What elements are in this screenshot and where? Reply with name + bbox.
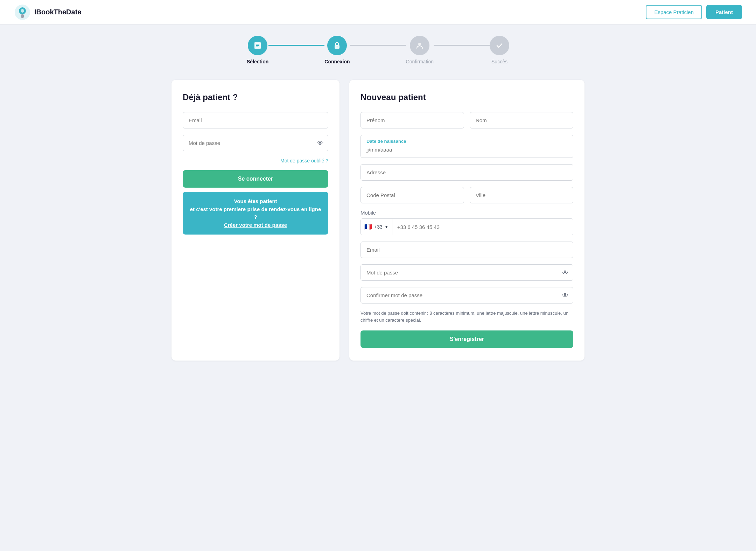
- new-patient-card: Nouveau patient Date de naissance: [349, 80, 584, 361]
- password-input[interactable]: [183, 135, 328, 151]
- new-password-input[interactable]: [360, 264, 573, 281]
- logo-text: IBookTheDate: [34, 8, 81, 16]
- new-password-toggle-icon[interactable]: 👁: [562, 269, 568, 276]
- code-postal-group: [360, 187, 464, 203]
- prenom-input[interactable]: [360, 112, 464, 128]
- login-button[interactable]: Se connecter: [183, 170, 328, 188]
- mobile-label: Mobile: [360, 210, 573, 216]
- patient-button[interactable]: Patient: [706, 5, 742, 19]
- stepper: Sélection Connexion Confirmation Succès: [247, 36, 509, 64]
- create-password-button[interactable]: Vous êtes patient et c'est votre premier…: [183, 192, 328, 235]
- step-circle-connexion: [327, 36, 347, 55]
- new-account-line2: et c'est votre premiere prise de rendez-…: [188, 205, 323, 221]
- logo-icon: [14, 4, 31, 21]
- new-password-group: 👁: [360, 264, 573, 281]
- name-row: [360, 112, 573, 128]
- praticien-button[interactable]: Espace Praticien: [646, 5, 702, 19]
- code-postal-input[interactable]: [360, 187, 464, 203]
- step-selection: Sélection: [247, 36, 268, 64]
- step-line-3: [434, 45, 490, 46]
- ville-input[interactable]: [470, 187, 573, 203]
- step-circle-confirmation: [410, 36, 429, 55]
- new-email-group: [360, 242, 573, 258]
- step-label-selection: Sélection: [247, 59, 268, 64]
- nom-input[interactable]: [470, 112, 573, 128]
- email-group: [183, 112, 328, 128]
- step-connexion: Connexion: [324, 36, 350, 64]
- step-line-2: [350, 45, 406, 46]
- page-header: IBookTheDate Espace Praticien Patient: [0, 0, 756, 25]
- existing-patient-title: Déjà patient ?: [183, 92, 328, 102]
- nom-group: [470, 112, 573, 128]
- step-circle-succes: [490, 36, 509, 55]
- postal-ville-row: [360, 187, 573, 203]
- adresse-group: [360, 164, 573, 181]
- confirm-password-group: 👁: [360, 287, 573, 304]
- phone-input[interactable]: [392, 219, 573, 235]
- svg-rect-3: [21, 14, 24, 18]
- new-patient-title: Nouveau patient: [360, 92, 573, 102]
- password-group: 👁: [183, 135, 328, 151]
- new-account-line3: Créer votre mot de passe: [188, 221, 323, 229]
- country-select[interactable]: 🇫🇷 +33 ▼: [361, 219, 392, 235]
- step-circle-selection: [248, 36, 267, 55]
- date-naissance-wrapper: Date de naissance: [360, 135, 573, 158]
- prenom-group: [360, 112, 464, 128]
- stepper-container: Sélection Connexion Confirmation Succès: [0, 25, 756, 71]
- step-label-connexion: Connexion: [324, 59, 350, 64]
- step-confirmation: Confirmation: [406, 36, 434, 64]
- email-input[interactable]: [183, 112, 328, 128]
- mobile-row: 🇫🇷 +33 ▼: [360, 218, 573, 235]
- svg-point-9: [337, 47, 338, 48]
- existing-patient-card: Déjà patient ? 👁 Mot de passe oublié ? S…: [172, 80, 340, 361]
- step-label-confirmation: Confirmation: [406, 59, 434, 64]
- date-label: Date de naissance: [366, 139, 567, 144]
- svg-point-10: [418, 43, 421, 46]
- logo-area: IBookTheDate: [14, 4, 81, 21]
- mobile-group: Mobile 🇫🇷 +33 ▼: [360, 210, 573, 235]
- password-hint: Votre mot de passe doit contenir : 8 car…: [360, 310, 573, 323]
- confirm-password-input[interactable]: [360, 287, 573, 304]
- flag-icon: 🇫🇷: [364, 223, 372, 231]
- ville-group: [470, 187, 573, 203]
- step-label-succes: Succès: [491, 59, 507, 64]
- step-line-1: [268, 45, 324, 46]
- date-naissance-input[interactable]: [366, 145, 567, 154]
- header-buttons: Espace Praticien Patient: [646, 5, 742, 19]
- dropdown-chevron: ▼: [385, 225, 388, 229]
- phone-code: +33: [374, 224, 383, 230]
- main-content: Déjà patient ? 👁 Mot de passe oublié ? S…: [150, 71, 606, 375]
- step-succes: Succès: [490, 36, 509, 64]
- new-email-input[interactable]: [360, 242, 573, 258]
- new-account-line1: Vous êtes patient: [188, 197, 323, 205]
- forgot-password-area: Mot de passe oublié ?: [183, 158, 328, 164]
- svg-point-2: [21, 9, 24, 13]
- confirm-password-toggle-icon[interactable]: 👁: [562, 292, 568, 299]
- password-toggle-icon[interactable]: 👁: [317, 139, 323, 147]
- forgot-password-link[interactable]: Mot de passe oublié ?: [280, 158, 328, 163]
- adresse-input[interactable]: [360, 164, 573, 181]
- register-button[interactable]: S'enregistrer: [360, 330, 573, 348]
